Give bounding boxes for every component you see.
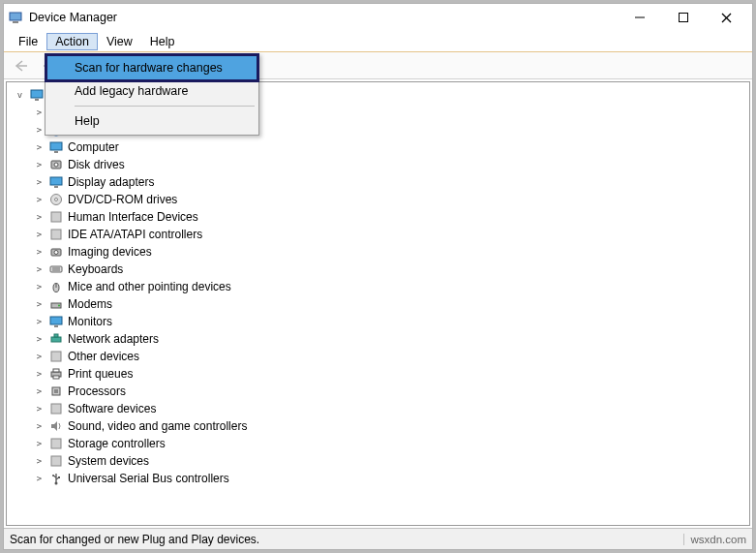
svg-rect-42: [51, 404, 61, 414]
expand-icon[interactable]: >: [34, 456, 45, 467]
tree-node[interactable]: >Human Interface Devices: [15, 208, 749, 226]
svg-rect-41: [54, 389, 58, 393]
cd-icon: [48, 192, 64, 207]
menu-add-legacy[interactable]: Add legacy hardware: [47, 79, 257, 103]
expand-icon[interactable]: >: [34, 439, 45, 449]
svg-rect-8: [31, 90, 43, 98]
monitor-icon: [48, 314, 64, 329]
maximize-button[interactable]: [661, 4, 705, 31]
expand-icon[interactable]: >: [34, 299, 45, 310]
menu-scan-hardware[interactable]: Scan for hardware changes: [47, 56, 257, 79]
expand-icon[interactable]: >: [34, 334, 45, 345]
svg-point-24: [54, 251, 58, 255]
tree-node[interactable]: >Keyboards: [15, 261, 749, 278]
expand-icon[interactable]: >: [34, 369, 45, 380]
software-icon: [48, 401, 64, 416]
svg-rect-9: [35, 99, 39, 101]
tree-node[interactable]: >Processors: [15, 383, 749, 400]
menu-view[interactable]: View: [98, 33, 141, 50]
menu-action[interactable]: Action: [46, 33, 98, 50]
titlebar: Device Manager: [4, 4, 752, 31]
attribution: wsxdn.com: [683, 534, 746, 545]
expand-icon[interactable]: >: [34, 317, 45, 327]
tree-node[interactable]: >Print queues: [15, 365, 749, 383]
tree-node-label: Other devices: [68, 350, 139, 363]
expand-icon[interactable]: >: [34, 177, 45, 188]
monitor-icon: [48, 174, 64, 190]
back-button[interactable]: [10, 55, 33, 77]
tree-node-label: System devices: [68, 454, 149, 468]
expand-icon[interactable]: >: [34, 160, 45, 170]
window-title: Device Manager: [29, 11, 618, 24]
tree-node-label: Sound, video and game controllers: [68, 419, 247, 433]
svg-rect-0: [10, 13, 21, 20]
tree-node[interactable]: >Universal Serial Bus controllers: [15, 470, 749, 487]
tree-node[interactable]: >Sound, video and game controllers: [15, 417, 749, 435]
tree-node-label: Storage controllers: [68, 437, 166, 450]
svg-point-47: [52, 475, 54, 476]
device-tree[interactable]: v>>Bluetooth>Computer>Disk drives>Displa…: [7, 82, 749, 491]
tree-node[interactable]: >Monitors: [15, 313, 749, 330]
expand-icon[interactable]: v: [15, 90, 25, 101]
mouse-icon: [48, 279, 64, 294]
expand-icon[interactable]: >: [34, 352, 45, 362]
svg-rect-18: [54, 186, 58, 188]
svg-rect-44: [51, 456, 61, 466]
expand-icon[interactable]: >: [34, 125, 45, 136]
tree-node-label: Keyboards: [68, 262, 123, 276]
expand-icon[interactable]: >: [34, 142, 45, 153]
svg-point-31: [58, 305, 60, 307]
tree-node-label: Universal Serial Bus controllers: [68, 472, 229, 485]
tree-node[interactable]: >Storage controllers: [15, 435, 749, 452]
tree-node[interactable]: >DVD/CD-ROM drives: [15, 191, 749, 208]
ide-icon: [48, 227, 64, 242]
expand-icon[interactable]: >: [34, 404, 45, 415]
usb-icon: [48, 471, 64, 486]
tree-node[interactable]: >IDE ATA/ATAPI controllers: [15, 226, 749, 243]
tree-node[interactable]: >Software devices: [15, 400, 749, 417]
printer-icon: [48, 366, 64, 382]
storage-icon: [48, 436, 64, 451]
cpu-icon: [48, 384, 64, 399]
expand-icon[interactable]: >: [34, 386, 45, 397]
expand-icon[interactable]: >: [34, 282, 45, 292]
minimize-button[interactable]: [618, 4, 661, 31]
tree-node[interactable]: >Modems: [15, 295, 749, 313]
monitor-icon: [48, 139, 64, 155]
action-dropdown: Scan for hardware changes Add legacy har…: [45, 53, 259, 136]
expand-icon[interactable]: >: [34, 264, 45, 275]
tree-node[interactable]: >Display adapters: [15, 173, 749, 191]
tree-node-label: Imaging devices: [68, 245, 152, 259]
tree-node[interactable]: >Other devices: [15, 348, 749, 365]
svg-rect-21: [51, 212, 61, 222]
tree-node[interactable]: >Computer: [15, 138, 749, 156]
expand-icon[interactable]: >: [34, 230, 45, 240]
tree-node-label: IDE ATA/ATAPI controllers: [68, 228, 202, 241]
svg-point-16: [54, 163, 58, 167]
expand-icon[interactable]: >: [34, 212, 45, 223]
tree-node-label: Mice and other pointing devices: [68, 280, 231, 293]
svg-rect-43: [51, 439, 61, 448]
expand-icon[interactable]: >: [34, 421, 45, 432]
device-tree-panel: v>>Bluetooth>Computer>Disk drives>Displa…: [6, 81, 750, 526]
status-text: Scan for changed or new Plug and Play de…: [10, 533, 259, 546]
expand-icon[interactable]: >: [34, 247, 45, 258]
svg-rect-38: [53, 369, 59, 372]
expand-icon[interactable]: >: [34, 474, 45, 484]
svg-rect-3: [679, 14, 687, 22]
expand-icon[interactable]: >: [34, 195, 45, 205]
expand-icon[interactable]: >: [34, 108, 45, 118]
menu-file[interactable]: File: [10, 33, 46, 50]
tree-node[interactable]: >Imaging devices: [15, 243, 749, 261]
tree-node[interactable]: >System devices: [15, 452, 749, 470]
menu-help[interactable]: Help: [141, 33, 184, 50]
svg-rect-33: [54, 325, 58, 327]
tree-node-label: Display adapters: [68, 175, 154, 189]
tree-node[interactable]: >Disk drives: [15, 156, 749, 173]
menubar: File Action View Help: [4, 31, 752, 52]
tree-node[interactable]: >Mice and other pointing devices: [15, 278, 749, 295]
menu-help-item[interactable]: Help: [47, 109, 257, 133]
close-button[interactable]: [705, 4, 748, 31]
svg-rect-39: [53, 376, 59, 379]
tree-node[interactable]: >Network adapters: [15, 330, 749, 348]
